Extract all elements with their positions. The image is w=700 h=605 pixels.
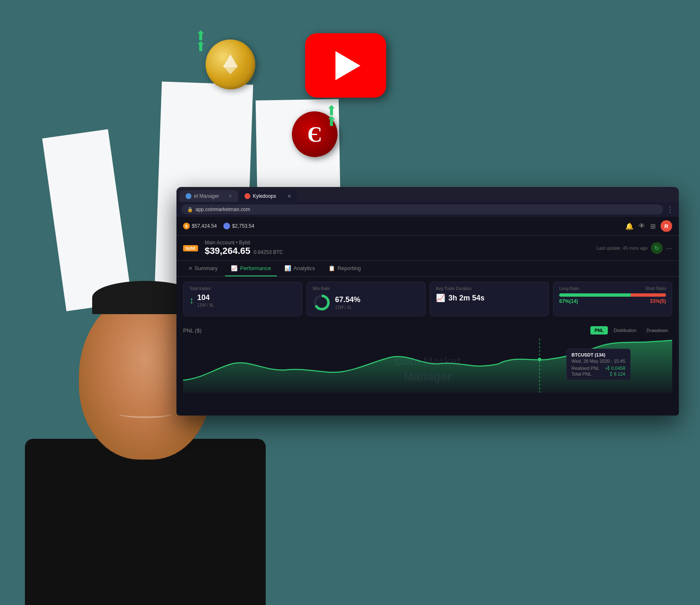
- filter-distribution[interactable]: Distribution: [609, 326, 641, 334]
- tab-performance-label: Performance: [240, 265, 271, 271]
- tab-label-2: Kyledoops: [253, 193, 276, 199]
- app-header: ₿ $57,424.54 $2,753.54 🔔 👁 ⊞ R: [176, 217, 679, 236]
- account-section: bybit Main Account • Bybit $39,264.65 0.…: [176, 236, 679, 261]
- btc-price-item: ₿ $57,424.54: [183, 223, 217, 229]
- btc-price: $57,424.54: [192, 223, 217, 229]
- bybit-logo: bybit: [183, 245, 198, 251]
- win-rate-label: Win Rate: [313, 286, 419, 291]
- analytics-icon: 📊: [284, 265, 291, 271]
- threads-letter: Є: [307, 122, 322, 147]
- stat-avg-duration: Avg Trade Duration 📈 3h 2m 54s: [430, 282, 549, 316]
- ratio-short-bar: [631, 293, 666, 297]
- chart-section: PNL ($) PNL Distribution Drawdown: [176, 321, 679, 398]
- tab-reporting[interactable]: 📋 Reporting: [323, 261, 367, 276]
- reporting-icon: 📋: [328, 265, 335, 271]
- tab-analytics-label: Analytics: [294, 265, 315, 271]
- tab-label-1: et Manager: [194, 193, 219, 199]
- browser-tab-market-manager[interactable]: et Manager ✕: [180, 190, 238, 202]
- win-rate-donut: [313, 293, 331, 312]
- stat-win-rate: Win Rate 67.54% 11W / 1L: [306, 282, 426, 316]
- trades-icon: ↕: [189, 295, 194, 306]
- account-info: Main Account • Bybit $39,264.65 0.84253 …: [205, 240, 597, 256]
- green-arrows-top: ⬆ ⬆: [195, 29, 206, 53]
- account-more-menu[interactable]: ···: [666, 244, 672, 253]
- total-trades-value: 104: [197, 293, 214, 302]
- eth-price: $2,753.54: [232, 223, 254, 229]
- tab-bar: et Manager ✕ Kyledoops ✕: [176, 187, 679, 202]
- header-actions: 🔔 👁 ⊞ R: [625, 220, 672, 232]
- tooltip-title: BTCUSDT (134): [572, 352, 625, 357]
- bybit-badge: bybit: [183, 245, 198, 251]
- browser-more-menu[interactable]: ⋮: [666, 205, 674, 214]
- user-avatar[interactable]: R: [661, 220, 672, 232]
- grid-icon[interactable]: ⊞: [650, 222, 656, 230]
- eye-icon[interactable]: 👁: [639, 222, 645, 230]
- watermark-text: Coin MarketManager: [394, 354, 461, 384]
- total-trades-sub: 11W / 9L: [197, 303, 214, 307]
- avg-duration-label: Avg Trade Duration: [436, 286, 543, 291]
- tooltip-total-label: Total PNL: [572, 371, 592, 376]
- win-rate-value: 67.54%: [335, 295, 360, 304]
- ratio-bar: [559, 293, 666, 297]
- ethereum-coin: [206, 39, 255, 89]
- total-trades-label: Total trades: [189, 286, 296, 291]
- chart-area: Coin MarketManager BTCUSDT (134) Wed, 28…: [183, 339, 672, 393]
- long-ratio-label: Long Ratio: [559, 286, 579, 291]
- notification-icon[interactable]: 🔔: [625, 222, 634, 230]
- browser-content: ₿ $57,424.54 $2,753.54 🔔 👁 ⊞ R bybit: [176, 217, 679, 416]
- filter-drawdown[interactable]: Drawdown: [642, 326, 672, 334]
- lock-icon: 🔒: [187, 207, 193, 212]
- tooltip-total-row: Total PNL ₿ 8.124: [572, 371, 625, 376]
- tab-reporting-label: Reporting: [338, 265, 361, 271]
- stat-total-trades: Total trades ↕ 104 11W / 9L: [183, 282, 302, 316]
- url-box[interactable]: 🔒 app.coinmarketman.com: [181, 204, 663, 214]
- crypto-prices: ₿ $57,424.54 $2,753.54: [183, 223, 625, 229]
- tooltip-realised-value: +₿ 0.0458: [605, 366, 625, 371]
- account-name: Main Account • Bybit: [205, 240, 597, 246]
- chart-header: PNL ($) PNL Distribution Drawdown: [183, 326, 672, 334]
- tab-favicon-2: [245, 193, 250, 199]
- chart-title: PNL ($): [183, 327, 201, 334]
- eth-price-item: $2,753.54: [223, 223, 254, 229]
- filter-pnl[interactable]: PNL: [590, 326, 608, 334]
- tab-close-1[interactable]: ✕: [228, 194, 232, 199]
- last-update: Last update: 45 mins ago ↻ ···: [596, 242, 672, 254]
- account-value: $39,264.65: [205, 246, 250, 256]
- summary-icon: ≡: [189, 265, 192, 271]
- ratio-long-bar: [559, 293, 631, 297]
- tab-summary[interactable]: ≡ Summary: [183, 261, 223, 276]
- stats-row: Total trades ↕ 104 11W / 9L Win Rate: [176, 277, 679, 321]
- url-text: app.coinmarketman.com: [196, 207, 250, 212]
- stat-long-short: Long Ratio Short Ratio 67%(14) 33%(5): [553, 282, 672, 316]
- tab-favicon-1: [186, 193, 191, 199]
- youtube-play-icon: [335, 51, 360, 80]
- eth-icon: [223, 223, 230, 229]
- short-ratio-label: Short Ratio: [645, 286, 666, 291]
- last-update-text: Last update: 45 mins ago: [596, 246, 648, 251]
- tooltip-total-value: ₿ 8.124: [610, 371, 625, 376]
- short-ratio-value: 33%(5): [650, 298, 666, 304]
- tooltip-realised-row: Realised PNL +₿ 0.0458: [572, 366, 625, 371]
- account-btc: 0.84253 BTC: [254, 249, 283, 255]
- tab-close-2[interactable]: ✕: [287, 194, 291, 199]
- tab-summary-label: Summary: [195, 265, 218, 271]
- browser-window: et Manager ✕ Kyledoops ✕ 🔒 app.coinmarke…: [176, 187, 679, 416]
- address-bar: 🔒 app.coinmarketman.com ⋮: [176, 202, 679, 217]
- refresh-button[interactable]: ↻: [651, 242, 663, 254]
- nav-tabs: ≡ Summary 📈 Performance 📊 Analytics 📋 Re…: [176, 261, 679, 277]
- ratio-labels: 67%(14) 33%(5): [559, 298, 666, 304]
- youtube-button[interactable]: [305, 33, 386, 98]
- avg-duration-value: 3h 2m 54s: [448, 294, 485, 302]
- tooltip-date: Wed, 28 May 2020 - 15:45: [572, 359, 625, 364]
- tab-performance[interactable]: 📈 Performance: [225, 261, 277, 276]
- chart-watermark: Coin MarketManager: [394, 354, 461, 384]
- browser-tab-kyledoops[interactable]: Kyledoops ✕: [239, 190, 297, 202]
- chart-tooltip: BTCUSDT (134) Wed, 28 May 2020 - 15:45 R…: [566, 349, 631, 380]
- chart-filters: PNL Distribution Drawdown: [590, 326, 672, 334]
- tab-analytics[interactable]: 📊 Analytics: [279, 261, 321, 276]
- win-rate-sub: 11W / 1L: [335, 305, 360, 310]
- btc-icon: ₿: [183, 223, 190, 229]
- long-ratio-value: 67%(14): [559, 298, 578, 304]
- green-arrows-mid: ⬆ ⬆: [326, 104, 337, 128]
- svg-point-3: [538, 358, 541, 361]
